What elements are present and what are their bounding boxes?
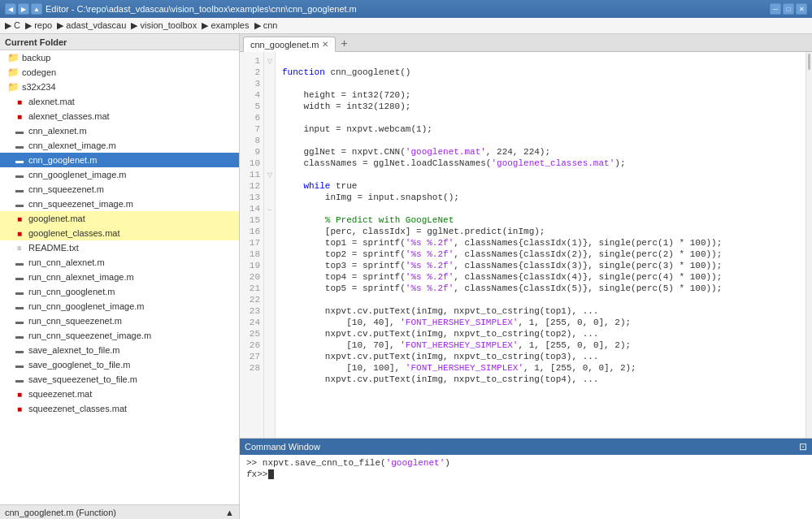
nav-up-icon[interactable]: ▲ [31,3,42,15]
sidebar-item-run-cnn-squeezenet[interactable]: ▬ run_cnn_squeezenet.m [0,314,239,328]
command-content[interactable]: >> nxpvt.save_cnn_to_file('googlenet') f… [240,455,812,519]
sidebar-item-label: run_cnn_alexnet.m [28,257,105,267]
sidebar-item-run-cnn-googlenet[interactable]: ▬ run_cnn_googlenet.m [0,284,239,299]
m-file-icon: ▬ [13,373,26,386]
command-window-expand[interactable]: ⊡ [799,441,807,452]
sidebar-item-label: alexnet.mat [28,97,75,106]
sidebar-item-label: codegen [22,67,56,77]
sidebar-item-s32x234[interactable]: 📁 s32x234 [0,80,239,94]
sidebar-item-label: s32x234 [22,82,56,92]
command-window-title: Command Window [245,442,320,452]
nav-forward-icon[interactable]: ▶ [18,3,29,15]
sidebar-item-cnn-squeezenet-image[interactable]: ▬ cnn_squeezenet_image.m [0,197,239,211]
sidebar-item-readme[interactable]: ≡ README.txt [0,240,239,255]
sidebar-item-squeezenet-mat[interactable]: ■ squeezenet.mat [0,387,239,401]
m-file-icon: ▬ [13,124,26,137]
sidebar-item-label: alexnet_classes.mat [28,111,110,121]
sidebar-item-run-cnn-alexnet-image[interactable]: ▬ run_cnn_alexnet_image.m [0,270,239,284]
sidebar-item-label: squeezenet.mat [28,389,92,399]
sidebar-status-text: cnn_googlenet.m (Function) [5,508,116,517]
maximize-button[interactable]: □ [783,3,794,15]
sidebar-item-label: run_cnn_squeezenet_image.m [28,331,151,340]
folder-icon: 📁 [7,80,20,93]
sidebar-item-run-cnn-squeezenet-image[interactable]: ▬ run_cnn_squeezenet_image.m [0,328,239,343]
editor-tab-cnn-googlenet[interactable]: cnn_googlenet.m ✕ [243,37,336,52]
command-line-1: >> nxpvt.save_cnn_to_file('googlenet') [246,458,805,468]
sidebar: Current Folder 📁 backup 📁 codegen 📁 s32x… [0,34,240,519]
sidebar-item-save-googlenet[interactable]: ▬ save_googlenet_to_file.m [0,357,239,372]
command-window: Command Window ⊡ >> nxpvt.save_cnn_to_fi… [240,438,812,519]
sidebar-item-label: squeezenet_classes.mat [28,404,127,413]
sidebar-item-cnn-alexnet-image[interactable]: ▬ cnn_alexnet_image.m [0,138,239,153]
sidebar-item-run-cnn-alexnet[interactable]: ▬ run_cnn_alexnet.m [0,255,239,270]
m-file-icon: ▬ [13,139,26,152]
title-bar-left: ◀ ▶ ▲ Editor - C:\repo\adast_vdascau\vis… [5,3,357,15]
sidebar-item-save-alexnet[interactable]: ▬ save_alexnet_to_file.m [0,343,239,357]
sidebar-item-label: googlenet.mat [28,214,85,223]
fold-column: ▽ ▽ – [264,52,276,438]
m-file-icon: ▬ [13,168,26,181]
mat-file-icon: ■ [13,387,26,400]
mat-file-icon: ■ [13,402,26,415]
tab-label: cnn_googlenet.m [250,40,319,50]
tab-bar: cnn_googlenet.m ✕ + [240,34,812,52]
sidebar-item-alexnet-mat[interactable]: ■ alexnet.mat [0,94,239,109]
sidebar-item-label: run_cnn_googlenet_image.m [28,301,145,311]
tab-add-button[interactable]: + [336,35,352,51]
sidebar-status-bar: cnn_googlenet.m (Function) ▲ [0,504,239,519]
mat-file-icon: ■ [13,95,26,108]
sidebar-item-backup[interactable]: 📁 backup [0,50,239,65]
title-bar-controls: ─ □ ✕ [770,3,807,15]
editor-scrollbar[interactable] [805,52,812,438]
sidebar-item-label: cnn_googlenet.m [28,155,97,165]
code-editor[interactable]: 1 2 3 4 5 6 7 8 9 10 11 12 13 14 15 16 1… [240,52,812,438]
sidebar-item-cnn-squeezenet[interactable]: ▬ cnn_squeezenet.m [0,182,239,197]
sidebar-item-googlenet-mat[interactable]: ■ googlenet.mat [0,211,239,226]
folder-icon: 📁 [7,66,20,79]
sidebar-resize-btn[interactable]: ▲ [225,508,234,517]
m-file-icon: ▬ [13,314,26,327]
fold-arrow-11[interactable]: ▽ [267,171,272,179]
sidebar-item-googlenet-classes[interactable]: ■ googlenet_classes.mat [0,226,239,240]
command-window-header: Command Window ⊡ [240,439,812,455]
line-numbers: 1 2 3 4 5 6 7 8 9 10 11 12 13 14 15 16 1… [240,52,264,438]
sidebar-item-run-cnn-googlenet-image[interactable]: ▬ run_cnn_googlenet_image.m [0,299,239,314]
breadcrumb-text: ▶ C ▶ repo ▶ adast_vdascau ▶ vision_tool… [5,20,277,31]
scrollbar-thumb[interactable] [808,54,810,70]
sidebar-content[interactable]: 📁 backup 📁 codegen 📁 s32x234 ■ alexnet.m… [0,50,239,504]
sidebar-item-label: cnn_alexnet.m [28,126,87,136]
mat-file-icon: ■ [13,110,26,123]
close-button[interactable]: ✕ [796,3,807,15]
sidebar-item-squeezenet-classes[interactable]: ■ squeezenet_classes.mat [0,401,239,416]
m-file-icon: ▬ [13,183,26,196]
m-file-icon: ▬ [13,300,26,313]
fold-arrow-1[interactable]: ▽ [267,58,272,65]
minimize-button[interactable]: ─ [770,3,781,15]
m-file-icon: ▬ [13,197,26,210]
sidebar-item-alexnet-classes[interactable]: ■ alexnet_classes.mat [0,109,239,123]
title-bar: ◀ ▶ ▲ Editor - C:\repo\adast_vdascau\vis… [0,0,812,18]
sidebar-item-label: cnn_googlenet_image.m [28,170,126,179]
sidebar-item-label: run_cnn_squeezenet.m [28,316,122,326]
window-title: Editor - C:\repo\adast_vdascau\vision_to… [46,4,357,14]
code-content[interactable]: function cnn_googlenet() height = int32(… [276,52,812,438]
command-prompt-line[interactable]: fx >> [246,469,805,479]
txt-file-icon: ≡ [13,241,26,254]
sidebar-item-label: googlenet_classes.mat [28,228,120,238]
m-file-icon: ▬ [13,270,26,283]
mat-yellow-file-icon: ■ [13,227,26,240]
command-prompt-symbol: >> [257,469,267,479]
fold-marker-14: – [267,205,271,213]
main-area: Current Folder 📁 backup 📁 codegen 📁 s32x… [0,34,812,519]
sidebar-item-label: cnn_alexnet_image.m [28,141,116,150]
sidebar-item-codegen[interactable]: 📁 codegen [0,65,239,80]
m-file-icon: ▬ [13,358,26,371]
tab-close-icon[interactable]: ✕ [322,40,328,49]
sidebar-item-cnn-googlenet-image[interactable]: ▬ cnn_googlenet_image.m [0,167,239,182]
sidebar-item-cnn-alexnet[interactable]: ▬ cnn_alexnet.m [0,123,239,138]
sidebar-item-label: README.txt [28,243,79,253]
sidebar-item-label: backup [22,53,50,63]
nav-back-icon[interactable]: ◀ [5,3,16,15]
sidebar-item-cnn-googlenet[interactable]: ▬ cnn_googlenet.m [0,153,239,167]
sidebar-item-save-squeezenet[interactable]: ▬ save_squeezenet_to_file.m [0,372,239,387]
